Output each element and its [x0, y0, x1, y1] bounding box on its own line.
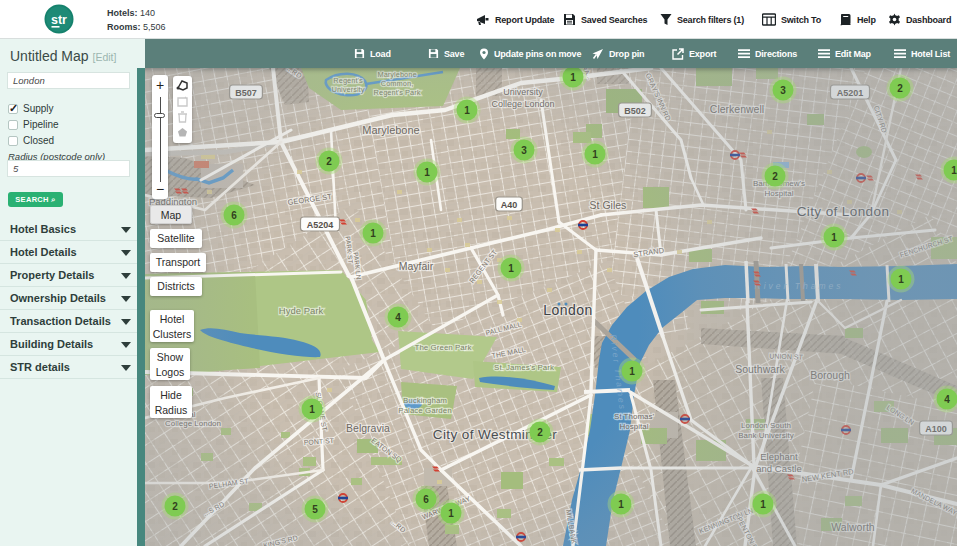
svg-text:1: 1	[760, 499, 766, 510]
svg-text:2: 2	[326, 156, 332, 167]
svg-text:3: 3	[780, 85, 786, 96]
svg-text:6: 6	[423, 494, 429, 505]
svg-text:1: 1	[592, 149, 598, 160]
svg-text:1: 1	[508, 263, 514, 274]
svg-text:1: 1	[309, 404, 315, 415]
svg-text:1: 1	[370, 228, 376, 239]
svg-text:1: 1	[951, 165, 957, 176]
svg-text:2: 2	[537, 427, 543, 438]
svg-text:1: 1	[570, 72, 576, 83]
svg-text:1: 1	[424, 167, 430, 178]
svg-text:2: 2	[772, 171, 778, 182]
svg-text:3: 3	[521, 145, 527, 156]
svg-text:1: 1	[629, 366, 635, 377]
svg-text:str: str	[51, 13, 67, 27]
svg-text:1: 1	[898, 274, 904, 285]
svg-text:1: 1	[448, 508, 454, 519]
svg-text:2: 2	[172, 501, 178, 512]
svg-text:1: 1	[831, 232, 837, 243]
svg-text:5: 5	[312, 504, 318, 515]
svg-text:4: 4	[944, 394, 950, 405]
svg-text:4: 4	[395, 312, 401, 323]
svg-text:2: 2	[897, 83, 903, 94]
svg-text:1: 1	[464, 105, 470, 116]
svg-text:6: 6	[231, 210, 237, 221]
svg-text:1: 1	[618, 499, 624, 510]
